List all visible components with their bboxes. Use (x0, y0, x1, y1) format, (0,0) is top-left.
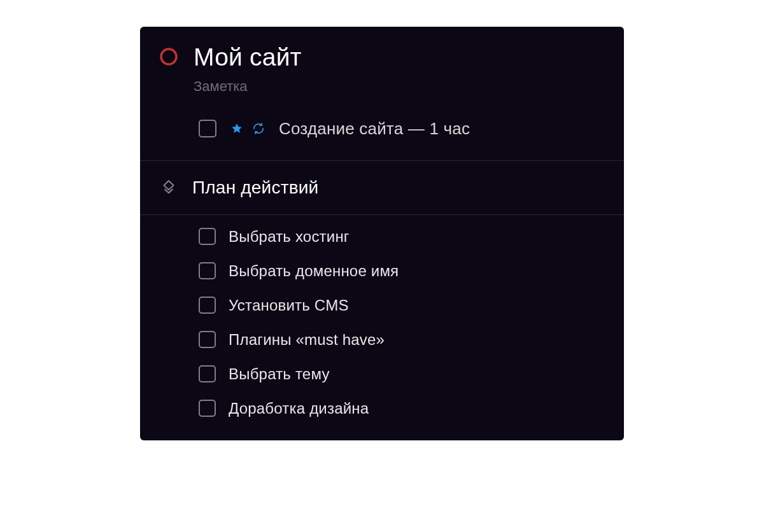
task-item[interactable]: Выбрать хостинг (199, 228, 605, 246)
task-checkbox[interactable] (199, 262, 216, 279)
task-label: Доработка дизайна (229, 400, 369, 417)
task-checkbox[interactable] (199, 228, 216, 245)
project-card: Мой сайт Заметка Создание сайта — 1 час (140, 27, 624, 440)
task-checkbox[interactable] (199, 331, 216, 348)
task-checkbox[interactable] (199, 400, 216, 417)
section-header[interactable]: План действий (140, 161, 624, 214)
main-task-row[interactable]: Создание сайта — 1 час (140, 100, 624, 160)
heading-diamond-icon (160, 179, 177, 196)
svg-point-0 (161, 49, 176, 64)
repeat-icon[interactable] (252, 122, 265, 135)
project-header-text: Мой сайт Заметка (194, 43, 302, 95)
project-title[interactable]: Мой сайт (194, 43, 302, 72)
main-task-label: Создание сайта — 1 час (279, 119, 470, 139)
task-checkbox[interactable] (199, 297, 216, 314)
task-list: Выбрать хостинг Выбрать доменное имя Уст… (140, 215, 624, 440)
status-circle-icon[interactable] (159, 47, 178, 66)
main-task-checkbox[interactable] (199, 120, 216, 137)
task-checkbox[interactable] (199, 365, 216, 382)
task-item[interactable]: Доработка дизайна (199, 400, 605, 417)
task-item[interactable]: Плагины «must have» (199, 331, 605, 349)
task-label: Выбрать доменное имя (229, 262, 399, 280)
project-header: Мой сайт Заметка (140, 27, 624, 100)
task-item[interactable]: Установить CMS (199, 297, 605, 314)
star-icon[interactable] (230, 122, 243, 135)
project-subtitle[interactable]: Заметка (194, 78, 302, 95)
section-title: План действий (192, 178, 318, 198)
task-item[interactable]: Выбрать доменное имя (199, 262, 605, 280)
task-label: Выбрать хостинг (229, 228, 350, 246)
task-label: Установить CMS (229, 297, 349, 314)
task-label: Плагины «must have» (229, 331, 385, 349)
task-item[interactable]: Выбрать тему (199, 365, 605, 383)
task-label: Выбрать тему (229, 365, 330, 383)
